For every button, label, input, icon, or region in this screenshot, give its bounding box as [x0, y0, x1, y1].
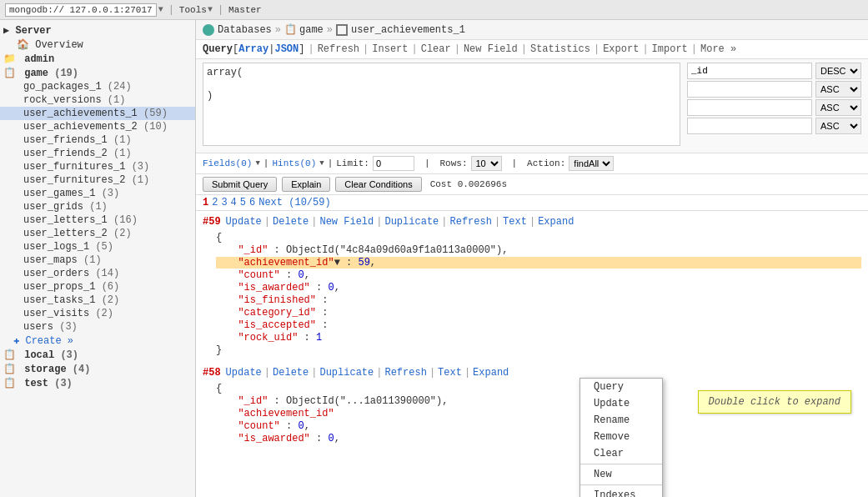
fields-dropdown-icon[interactable]: ▼	[255, 159, 259, 168]
expand-59[interactable]: Expand	[538, 216, 574, 228]
context-remove[interactable]: Remove	[580, 429, 662, 445]
delete-59[interactable]: Delete	[273, 216, 309, 228]
sort-dir-2[interactable]: ASCDESC	[815, 81, 861, 98]
action-select[interactable]: findAllcount	[569, 156, 614, 171]
sidebar-item-user-furnitures-1[interactable]: user_furnitures_1 (3)	[0, 160, 195, 173]
sidebar-item-user-friends-2[interactable]: user_friends_2 (1)	[0, 147, 195, 160]
import-link[interactable]: Import	[652, 43, 688, 55]
page-6[interactable]: 6	[249, 197, 255, 208]
separator-2	[580, 484, 662, 485]
clear-conditions-button[interactable]: Clear Conditions	[335, 177, 421, 192]
context-query[interactable]: Query	[580, 379, 662, 395]
expand-58[interactable]: Expand	[473, 367, 509, 379]
text-58[interactable]: Text	[438, 367, 462, 379]
hints-link[interactable]: Hints(0)	[272, 158, 316, 168]
context-update[interactable]: Update	[580, 395, 662, 412]
context-indexes[interactable]: Indexes	[580, 487, 662, 497]
sort-row-3: ASCDESC	[687, 99, 861, 116]
clear-link[interactable]: Clear	[421, 43, 451, 55]
context-menu: Query Update Rename Remove Clear New Ind…	[580, 378, 663, 497]
sidebar-item-storage[interactable]: 📋 storage (4)	[0, 362, 195, 376]
refresh-link[interactable]: Refresh	[318, 43, 359, 55]
insert-link[interactable]: Insert	[372, 43, 408, 55]
page-1[interactable]: 1	[203, 197, 208, 208]
sidebar-item-user-grids[interactable]: user_grids (1)	[0, 200, 195, 213]
sidebar-item-overview[interactable]: 🏠 Overview	[0, 38, 195, 52]
delete-58[interactable]: Delete	[273, 367, 309, 379]
update-58[interactable]: Update	[226, 367, 262, 379]
sidebar-item-user-maps[interactable]: user_maps (1)	[0, 254, 195, 267]
hints-dropdown-icon[interactable]: ▼	[319, 159, 324, 168]
sidebar-item-server[interactable]: ▶ Server	[0, 23, 195, 38]
sidebar-item-user-logs-1[interactable]: user_logs_1 (5)	[0, 240, 195, 254]
sidebar-item-test[interactable]: 📋 test (3)	[0, 376, 195, 390]
page-3[interactable]: 3	[221, 197, 227, 208]
submit-query-button[interactable]: Submit Query	[203, 177, 277, 192]
sidebar-item-user-achievements-2[interactable]: user_achievements_2 (10)	[0, 120, 195, 133]
sidebar-item-user-furnitures-2[interactable]: user_furnitures_2 (1)	[0, 173, 195, 187]
update-59[interactable]: Update	[226, 216, 262, 228]
statistics-link[interactable]: Statistics	[530, 43, 590, 55]
sidebar-item-user-achievements-1[interactable]: user_achievements_1 (59)	[0, 107, 195, 120]
tools-menu[interactable]: Tools	[179, 5, 207, 15]
query-input[interactable]: array( )	[203, 63, 680, 146]
sidebar-item-local[interactable]: 📋 local (3)	[0, 348, 195, 362]
breadcrumb-databases[interactable]: Databases	[218, 24, 272, 36]
sort-field-3[interactable]	[687, 99, 812, 116]
context-rename[interactable]: Rename	[580, 412, 662, 429]
context-clear[interactable]: Clear	[580, 445, 662, 462]
export-link[interactable]: Export	[603, 43, 639, 55]
page-next[interactable]: Next (10/59)	[258, 197, 330, 208]
new-field-59[interactable]: New Field	[319, 216, 374, 228]
sidebar-item-user-games-1[interactable]: user_games_1 (3)	[0, 187, 195, 200]
sidebar-item-user-tasks-1[interactable]: user_tasks_1 (2)	[0, 294, 195, 307]
sort-field-4[interactable]	[687, 118, 812, 134]
field-is-accepted-59: "is_accepted" :	[216, 319, 861, 331]
test-db-icon: 📋	[3, 378, 16, 389]
sidebar-item-user-props-1[interactable]: user_props_1 (6)	[0, 280, 195, 294]
rows-select[interactable]: 102550	[471, 156, 502, 171]
sidebar-item-game[interactable]: 📋 game (19)	[0, 66, 195, 80]
limit-input[interactable]	[373, 156, 414, 171]
sidebar-item-user-orders[interactable]: user_orders (14)	[0, 267, 195, 280]
array-link[interactable]: Array	[238, 43, 268, 55]
field-achievement-id-59[interactable]: "achievement_id"▼ : 59,	[216, 257, 861, 269]
sidebar-item-user-friends-1[interactable]: user_friends_1 (1)	[0, 133, 195, 147]
more-link[interactable]: More »	[700, 43, 736, 55]
sidebar-item-user-letters-1[interactable]: user_letters_1 (16)	[0, 213, 195, 227]
sidebar-item-admin[interactable]: 📁 admin	[0, 52, 195, 66]
fields-link[interactable]: Fields(0)	[203, 158, 252, 168]
sidebar-item-users[interactable]: users (3)	[0, 320, 195, 334]
conn-dropdown-icon[interactable]: ▼	[158, 5, 163, 14]
breadcrumb-game[interactable]: game	[299, 24, 324, 36]
sort-dir-3[interactable]: ASCDESC	[815, 99, 861, 116]
json-link[interactable]: JSON	[274, 43, 299, 55]
duplicate-58[interactable]: Duplicate	[319, 367, 374, 379]
explain-button[interactable]: Explain	[282, 177, 330, 192]
sidebar-item-user-letters-2[interactable]: user_letters_2 (2)	[0, 227, 195, 240]
field-category-id-59: "category_id" :	[216, 307, 861, 319]
sidebar-create-button[interactable]: ✚ Create »	[0, 334, 195, 348]
page-4[interactable]: 4	[231, 197, 237, 208]
page-5[interactable]: 5	[240, 197, 246, 208]
new-field-link[interactable]: New Field	[464, 43, 518, 55]
sort-field-1[interactable]	[687, 63, 812, 79]
sort-field-2[interactable]	[687, 81, 812, 98]
record-59: #59 Update | Delete | New Field | Duplic…	[203, 214, 861, 359]
sort-dir-1[interactable]: DESCASC	[815, 63, 861, 79]
sidebar-item-go-packages[interactable]: go_packages_1 (24)	[0, 80, 195, 93]
breadcrumb-game-icon: 📋	[284, 23, 297, 36]
refresh-59[interactable]: Refresh	[449, 216, 491, 228]
page-2[interactable]: 2	[212, 197, 218, 208]
sort-dir-4[interactable]: ASCDESC	[815, 118, 861, 134]
sidebar-item-user-visits[interactable]: user_visits (2)	[0, 307, 195, 320]
options-bar: Fields(0) ▼ | Hints(0) ▼ | Limit: | Rows…	[196, 153, 868, 174]
context-new[interactable]: New	[580, 466, 662, 483]
duplicate-59[interactable]: Duplicate	[384, 216, 439, 228]
sidebar-item-rock-versions[interactable]: rock_versions (1)	[0, 93, 195, 107]
text-59[interactable]: Text	[503, 216, 527, 228]
tools-dropdown-icon[interactable]: ▼	[208, 5, 213, 14]
connection-string[interactable]: mongodb:// 127.0.0.1:27017	[5, 3, 157, 17]
refresh-58[interactable]: Refresh	[384, 367, 426, 379]
query-area: array( ) DESCASC ASCDESC	[196, 59, 868, 153]
